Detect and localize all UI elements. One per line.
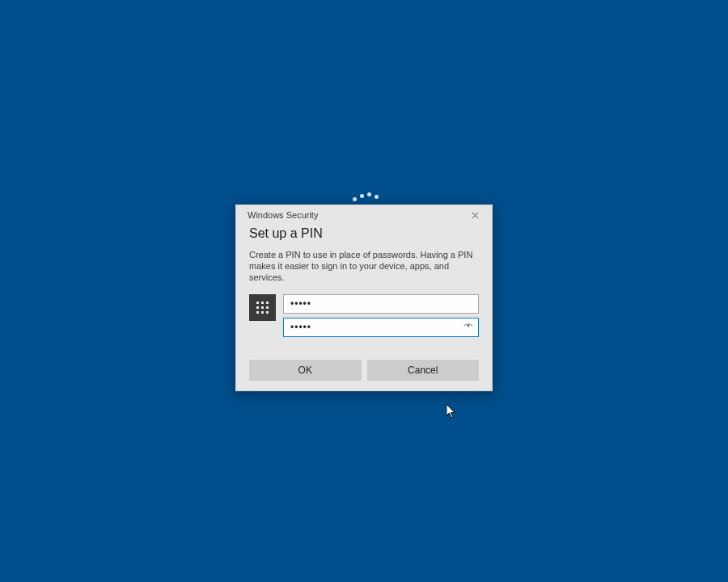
svg-point-0 (468, 325, 470, 327)
keypad-icon (249, 294, 276, 321)
dialog-title: Windows Security (248, 210, 318, 220)
pin-input-row (249, 294, 479, 337)
dialog-content: Set up a PIN Create a PIN to use in plac… (236, 225, 492, 390)
reveal-password-button[interactable] (462, 321, 475, 334)
pin-input[interactable] (283, 294, 479, 314)
ok-button[interactable]: OK (249, 360, 362, 381)
close-button[interactable] (464, 207, 485, 223)
dialog-heading: Set up a PIN (249, 226, 479, 241)
pin-field-wrap (283, 294, 479, 314)
confirm-pin-input[interactable] (283, 318, 479, 337)
dialog-titlebar: Windows Security (236, 205, 492, 225)
confirm-pin-field-wrap (283, 318, 479, 337)
dialog-description: Create a PIN to use in place of password… (249, 249, 479, 283)
loading-spinner (353, 192, 385, 202)
dialog-button-row: OK Cancel (249, 360, 479, 381)
close-icon (472, 208, 479, 222)
eye-icon (463, 320, 474, 335)
windows-security-dialog: Windows Security Set up a PIN Create a P… (235, 205, 493, 391)
mouse-cursor-icon (447, 404, 456, 419)
cancel-button[interactable]: Cancel (367, 360, 480, 381)
